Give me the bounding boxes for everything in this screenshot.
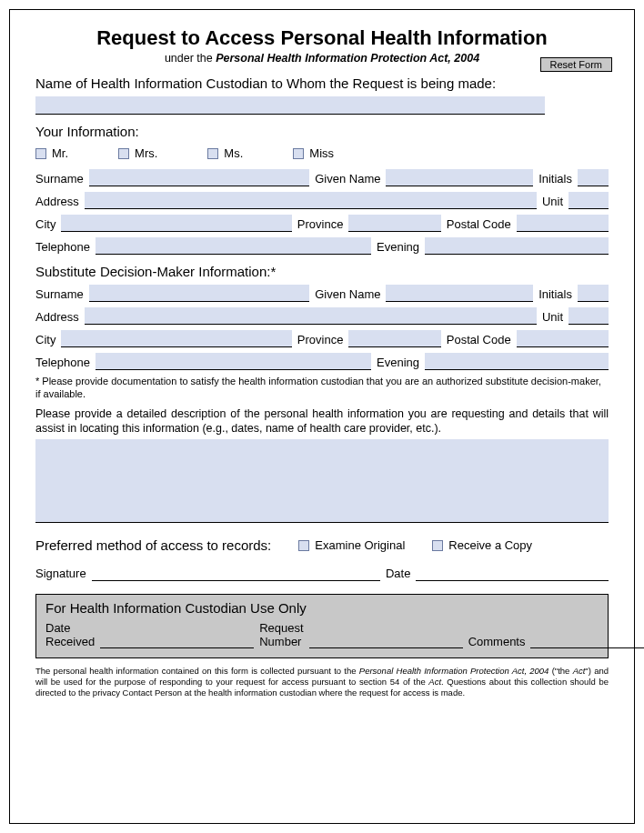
ms-checkbox[interactable] (207, 148, 218, 159)
sdm-surname-label: Surname (35, 287, 84, 302)
date-label: Date (386, 567, 410, 581)
request-number-input[interactable] (309, 632, 463, 648)
surname-input[interactable] (89, 169, 309, 186)
comments-label: Comments (468, 635, 526, 648)
sdm-telephone-label: Telephone (35, 356, 90, 370)
telephone-input[interactable] (96, 237, 371, 255)
description-textarea[interactable] (35, 439, 609, 523)
description-prompt: Please provide a detailed description of… (35, 406, 609, 437)
custodian-use-heading: For Health Information Custodian Use Onl… (45, 600, 599, 616)
sdm-unit-input[interactable] (569, 307, 609, 325)
form-title: Request to Access Personal Health Inform… (35, 26, 609, 50)
sdm-evening-label: Evening (377, 356, 419, 370)
sdm-initials-label: Initials (538, 287, 572, 302)
sdm-unit-label: Unit (542, 310, 563, 325)
sdm-initials-input[interactable] (578, 285, 609, 302)
ms-option[interactable]: Ms. (207, 146, 243, 160)
sdm-postal-code-label: Postal Code (447, 333, 511, 347)
preferred-row: Preferred method of access to records: E… (35, 537, 609, 553)
city-label: City (35, 217, 55, 232)
sdm-city-label: City (35, 333, 55, 347)
evening-label: Evening (377, 240, 419, 255)
sdm-heading: Substitute Decision-Maker Information:* (35, 264, 609, 279)
footer-text: The personal health information containe… (35, 666, 609, 698)
province-input[interactable] (348, 215, 440, 232)
initials-input[interactable] (578, 169, 609, 186)
address-input[interactable] (85, 192, 537, 209)
receive-option[interactable]: Receive a Copy (432, 538, 532, 552)
comments-input[interactable] (530, 632, 644, 648)
examine-checkbox[interactable] (298, 540, 309, 551)
sdm-address-label: Address (35, 310, 79, 325)
mrs-option[interactable]: Mrs. (118, 146, 157, 160)
province-label: Province (297, 217, 344, 232)
postal-code-label: Postal Code (447, 217, 511, 232)
evening-input[interactable] (425, 237, 609, 255)
unit-input[interactable] (569, 192, 609, 209)
signature-input[interactable] (92, 564, 380, 581)
sdm-note: * Please provide documentation to satisf… (35, 376, 609, 401)
custodian-label: Name of Health Information Custodian to … (35, 75, 609, 91)
date-received-input[interactable] (100, 632, 254, 648)
sdm-province-input[interactable] (348, 330, 440, 347)
sdm-evening-input[interactable] (425, 353, 609, 370)
reset-form-button[interactable]: Reset Form (540, 57, 612, 72)
custodian-use-box: For Health Information Custodian Use Onl… (35, 594, 609, 658)
telephone-label: Telephone (35, 240, 90, 255)
date-input[interactable] (416, 564, 609, 581)
sdm-given-name-input[interactable] (386, 285, 533, 302)
sdm-province-label: Province (297, 333, 344, 347)
initials-label: Initials (538, 172, 572, 186)
date-received-label: Date Received (45, 621, 95, 648)
mr-option[interactable]: Mr. (35, 146, 68, 160)
request-number-label: Request Number (259, 621, 303, 648)
your-info-heading: Your Information: (35, 124, 609, 139)
mr-checkbox[interactable] (35, 148, 46, 159)
sdm-telephone-input[interactable] (96, 353, 371, 370)
sdm-city-input[interactable] (61, 330, 291, 347)
address-label: Address (35, 195, 79, 209)
examine-option[interactable]: Examine Original (298, 538, 405, 552)
receive-checkbox[interactable] (432, 540, 443, 551)
sdm-address-input[interactable] (85, 307, 537, 325)
given-name-label: Given Name (315, 172, 380, 186)
miss-checkbox[interactable] (293, 148, 304, 159)
form-subtitle: under the Personal Health Information Pr… (35, 52, 609, 65)
city-input[interactable] (61, 215, 291, 232)
preferred-heading: Preferred method of access to records: (35, 537, 271, 553)
mrs-checkbox[interactable] (118, 148, 129, 159)
header: Request to Access Personal Health Inform… (35, 26, 609, 65)
signature-label: Signature (35, 567, 86, 581)
surname-label: Surname (35, 172, 84, 186)
salutation-row: Mr. Mrs. Ms. Miss (35, 146, 609, 160)
postal-code-input[interactable] (517, 215, 609, 232)
given-name-input[interactable] (386, 169, 533, 186)
sdm-given-name-label: Given Name (315, 287, 380, 302)
miss-option[interactable]: Miss (293, 146, 334, 160)
custodian-name-input[interactable] (35, 96, 545, 115)
sdm-postal-code-input[interactable] (517, 330, 609, 347)
form-page: Request to Access Personal Health Inform… (9, 9, 635, 824)
sdm-surname-input[interactable] (89, 285, 309, 302)
unit-label: Unit (542, 195, 563, 209)
